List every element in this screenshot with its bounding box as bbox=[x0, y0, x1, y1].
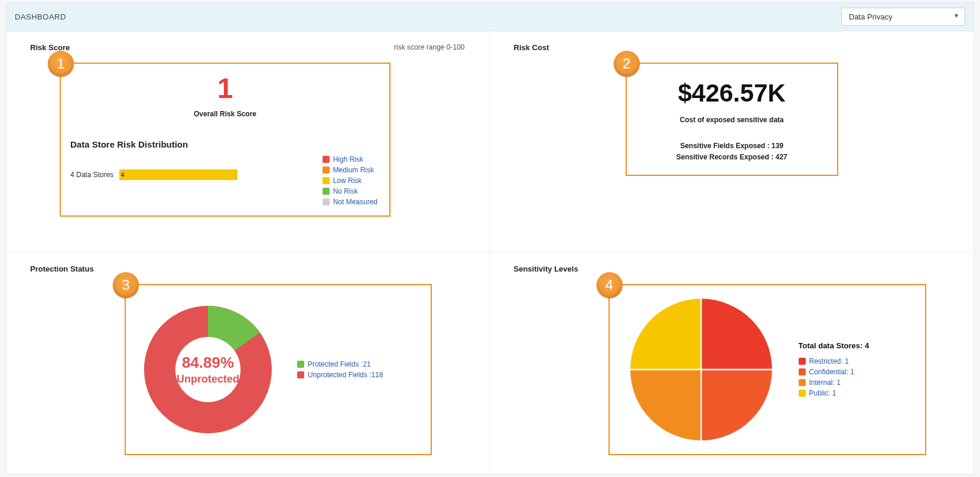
distribution-row: 4 Data Stores 4 High Risk Medium Risk Lo… bbox=[70, 154, 380, 207]
panel-sensitivity: Sensitivity Levels 4 Total data Stores: … bbox=[490, 253, 974, 474]
sensitivity-legend: Total data Stores: 4 Restricted: 1 Confi… bbox=[799, 341, 870, 398]
legend-no-risk[interactable]: No Risk bbox=[323, 186, 377, 197]
legend-public[interactable]: Public: 1 bbox=[799, 388, 870, 398]
panel-title-protection: Protection Status bbox=[30, 264, 466, 273]
slice-confidential bbox=[701, 370, 772, 440]
unprotected-percent: 84.89% bbox=[177, 354, 239, 372]
overall-risk-score-value: 1 bbox=[70, 74, 380, 103]
swatch-icon bbox=[297, 371, 304, 378]
callout-badge-1: 1 bbox=[48, 51, 74, 77]
slice-restricted bbox=[701, 299, 772, 370]
overall-risk-score-label: Overall Risk Score bbox=[70, 110, 380, 118]
distribution-bar-area: 4 Data Stores 4 bbox=[70, 169, 125, 180]
panel-risk-score: Risk Score risk score range 0-100 1 1 Ov… bbox=[6, 31, 490, 253]
swatch-icon bbox=[323, 177, 330, 184]
risk-cost-details: Sensitive Fields Exposed : 139 Sensitive… bbox=[636, 141, 828, 163]
callout-badge-3: 3 bbox=[113, 272, 139, 298]
legend-low-risk[interactable]: Low Risk bbox=[323, 175, 377, 186]
dashboard-page: DASHBOARD Data Privacy Risk Score risk s… bbox=[6, 2, 974, 475]
legend-medium-risk[interactable]: Medium Risk bbox=[323, 165, 377, 175]
sensitive-records-exposed: Sensitive Records Exposed : 427 bbox=[636, 152, 828, 163]
slice-public bbox=[630, 299, 701, 370]
legend-not-measured[interactable]: Not Measured bbox=[323, 197, 377, 207]
card-protection: 3 84.89% Unprotected Protected Fields :2… bbox=[125, 284, 432, 455]
risk-score-range: risk score range 0-100 bbox=[394, 43, 464, 51]
swatch-icon bbox=[323, 166, 330, 174]
sensitivity-pie-chart[interactable] bbox=[627, 296, 775, 443]
swatch-icon bbox=[323, 188, 330, 195]
page-title: DASHBOARD bbox=[15, 12, 66, 21]
panel-protection-status: Protection Status 3 84.89% Unprotected bbox=[6, 253, 490, 474]
data-store-count-label: 4 Data Stores bbox=[70, 171, 113, 179]
header-bar: DASHBOARD Data Privacy bbox=[6, 3, 974, 31]
dashboard-grid: Risk Score risk score range 0-100 1 1 Ov… bbox=[6, 31, 974, 474]
distribution-bar[interactable]: 4 bbox=[119, 169, 124, 180]
risk-cost-value: $426.57K bbox=[636, 79, 828, 107]
panel-risk-cost: Risk Cost 2 $426.57K Cost of exposed sen… bbox=[490, 31, 974, 253]
total-data-stores: Total data Stores: 4 bbox=[799, 341, 870, 350]
panel-title-sensitivity: Sensitivity Levels bbox=[514, 264, 950, 273]
legend-restricted[interactable]: Restricted: 1 bbox=[799, 356, 870, 367]
swatch-icon bbox=[799, 368, 806, 375]
callout-badge-2: 2 bbox=[614, 51, 640, 77]
protection-donut-chart[interactable]: 84.89% Unprotected bbox=[140, 302, 276, 437]
unprotected-word: Unprotected bbox=[177, 373, 239, 385]
risk-legend: High Risk Medium Risk Low Risk No Risk N… bbox=[323, 154, 380, 207]
donut-center-label: 84.89% Unprotected bbox=[177, 354, 239, 385]
protection-legend: Protected Fields :21 Unprotected Fields … bbox=[297, 359, 383, 380]
view-select-wrap: Data Privacy bbox=[841, 8, 965, 26]
panel-title-risk-cost: Risk Cost bbox=[514, 43, 950, 52]
card-risk-cost: 2 $426.57K Cost of exposed sensitive dat… bbox=[626, 63, 838, 176]
bar-low-risk bbox=[119, 169, 237, 180]
sensitive-fields-exposed: Sensitive Fields Exposed : 139 bbox=[636, 141, 828, 152]
distribution-title: Data Store Risk Distribution bbox=[70, 139, 380, 149]
risk-cost-label: Cost of exposed sensitive data bbox=[636, 116, 828, 124]
legend-high-risk[interactable]: High Risk bbox=[323, 154, 377, 165]
swatch-icon bbox=[297, 361, 304, 368]
swatch-icon bbox=[799, 379, 806, 386]
callout-badge-4: 4 bbox=[597, 272, 623, 298]
swatch-icon bbox=[323, 156, 330, 163]
swatch-icon bbox=[799, 358, 806, 365]
swatch-icon bbox=[323, 198, 330, 205]
legend-internal[interactable]: Internal: 1 bbox=[799, 377, 870, 388]
slice-internal bbox=[630, 370, 701, 440]
legend-protected[interactable]: Protected Fields :21 bbox=[297, 359, 383, 370]
card-risk-score: 1 1 Overall Risk Score Data Store Risk D… bbox=[60, 63, 390, 217]
bar-value: 4 bbox=[121, 171, 124, 178]
view-select[interactable]: Data Privacy bbox=[841, 8, 965, 26]
legend-unprotected[interactable]: Unprotected Fields :118 bbox=[297, 370, 383, 380]
swatch-icon bbox=[799, 390, 806, 397]
card-sensitivity: 4 Total data Stores: 4 Restricted: 1 Con… bbox=[608, 284, 927, 455]
legend-confidential[interactable]: Confidential: 1 bbox=[799, 367, 870, 377]
